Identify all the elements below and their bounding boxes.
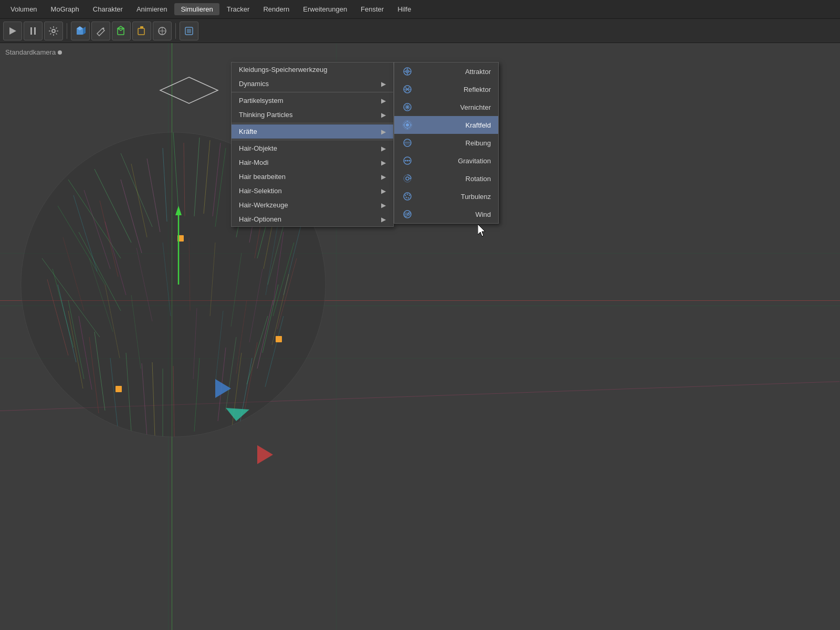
toolbar-btn-edit[interactable]	[91, 22, 110, 40]
svg-rect-1	[30, 27, 32, 35]
svg-rect-10	[140, 26, 143, 28]
arrow-icon: ▶	[381, 80, 386, 88]
arrow-icon: ▶	[381, 97, 386, 104]
reibung-icon	[402, 137, 413, 149]
svg-rect-2	[34, 27, 36, 35]
menu-entry-gravitation[interactable]: Gravitation	[394, 152, 498, 170]
arrow-icon: ▶	[381, 128, 386, 135]
menu-entry-hair-objekte[interactable]: Hair-Objekte ▶	[232, 141, 393, 155]
svg-marker-6	[83, 26, 86, 35]
arrow-icon: ▶	[381, 159, 386, 166]
svg-point-109	[406, 123, 409, 127]
menu-entry-kraftfeld[interactable]: Kraftfeld	[394, 116, 498, 134]
menu-charakter[interactable]: Charakter	[87, 3, 129, 15]
menu-entry-vernichter[interactable]: Vernichter	[394, 98, 498, 116]
svg-rect-88	[276, 336, 282, 342]
vernichter-icon	[402, 101, 413, 113]
menu-divider-2	[232, 123, 393, 123]
arrow-icon: ▶	[381, 187, 386, 195]
attraktor-icon	[402, 66, 413, 77]
menu-kraefte-dropdown: Attraktor Reflektor	[394, 62, 499, 224]
gravitation-icon	[402, 155, 413, 166]
menu-entry-dynamics[interactable]: Dynamics ▶	[232, 77, 393, 91]
menu-animieren[interactable]: Animieren	[130, 3, 174, 15]
svg-marker-94	[257, 445, 273, 464]
menubar: Volumen MoGraph Charakter Animieren Simu…	[0, 0, 840, 19]
toolbar-btn-mesh[interactable]	[153, 22, 172, 40]
menu-mograph[interactable]: MoGraph	[45, 3, 86, 15]
svg-point-130	[407, 194, 408, 195]
toolbar-btn-extra1[interactable]	[180, 22, 198, 40]
menu-entry-wind[interactable]: Wind	[394, 205, 498, 223]
menu-divider-1	[232, 92, 393, 92]
camera-label: Standardkamera	[5, 48, 62, 56]
menu-entry-thinking-particles[interactable]: Thinking Particles ▶	[232, 108, 393, 122]
arrow-icon: ▶	[381, 173, 386, 181]
menu-tracker[interactable]: Tracker	[220, 3, 256, 15]
toolbar-btn-shape[interactable]	[112, 22, 131, 40]
arrow-icon: ▶	[381, 111, 386, 119]
menu-volumen[interactable]: Volumen	[4, 3, 44, 15]
menu-rendern[interactable]: Rendern	[257, 3, 296, 15]
toolbar-btn-play[interactable]	[3, 22, 22, 40]
svg-point-131	[409, 195, 411, 196]
svg-point-133	[408, 197, 410, 199]
svg-marker-140	[478, 224, 485, 236]
kraftfeld-icon	[402, 119, 413, 131]
camera-name: Standardkamera	[5, 48, 56, 56]
menu-entry-attraktor[interactable]: Attraktor	[394, 62, 498, 80]
toolbar-btn-snap[interactable]	[132, 22, 151, 40]
svg-point-125	[406, 177, 409, 180]
arrow-icon: ▶	[381, 216, 386, 223]
reflektor-icon	[402, 83, 413, 95]
menu-entry-reibung[interactable]: Reibung	[394, 134, 498, 152]
menu-entry-reflektor[interactable]: Reflektor	[394, 80, 498, 98]
menu-entry-hair-werkzeuge[interactable]: Hair-Werkzeuge ▶	[232, 198, 393, 212]
menu-fenster[interactable]: Fenster	[354, 3, 390, 15]
svg-marker-95	[160, 77, 218, 103]
menu-entry-hair-modi[interactable]: Hair-Modi ▶	[232, 155, 393, 170]
menu-erweiterungen[interactable]: Erweiterungen	[297, 3, 353, 15]
menu-entry-turbulenz[interactable]: Turbulenz	[394, 187, 498, 205]
svg-rect-89	[116, 386, 122, 392]
toolbar	[0, 19, 840, 43]
arrow-icon: ▶	[381, 202, 386, 209]
toolbar-separator-2	[175, 23, 176, 39]
menu-hilfe[interactable]: Hilfe	[391, 3, 417, 15]
wind-icon	[402, 208, 413, 220]
svg-rect-13	[187, 29, 191, 33]
svg-point-132	[406, 197, 407, 198]
menu-divider-3	[232, 140, 393, 140]
rotation-icon	[402, 173, 413, 184]
menu-simulieren-dropdown: Kleidungs-Speicherwerkzeug Dynamics ▶ Pa…	[231, 62, 394, 227]
menu-entry-kleidung[interactable]: Kleidungs-Speicherwerkzeug	[232, 62, 393, 77]
menu-entry-rotation[interactable]: Rotation	[394, 170, 498, 187]
menu-entry-partikelsystem[interactable]: Partikelsystem ▶	[232, 93, 393, 108]
svg-point-129	[405, 195, 406, 196]
svg-rect-9	[138, 28, 144, 35]
menu-entry-kraefte[interactable]: Kräfte ▶	[232, 124, 393, 139]
menu-simulieren[interactable]: Simulieren	[174, 3, 219, 15]
svg-point-3	[52, 29, 55, 33]
viewport[interactable]: Standardkamera	[0, 43, 840, 630]
menu-entry-hair-optionen[interactable]: Hair-Optionen ▶	[232, 212, 393, 226]
toolbar-separator-1	[67, 23, 67, 39]
toolbar-btn-settings[interactable]	[44, 22, 63, 40]
toolbar-btn-cube[interactable]	[71, 22, 90, 40]
camera-dot	[58, 50, 62, 55]
mouse-cursor	[478, 224, 488, 235]
diamond-shape	[158, 75, 220, 108]
svg-marker-0	[9, 27, 16, 35]
turbulenz-icon	[402, 191, 413, 202]
menu-entry-hair-bearbeiten[interactable]: Hair bearbeiten ▶	[232, 170, 393, 184]
menu-entry-hair-selektion[interactable]: Hair-Selektion ▶	[232, 184, 393, 198]
arrow-icon: ▶	[381, 145, 386, 152]
toolbar-btn-pause[interactable]	[24, 22, 43, 40]
